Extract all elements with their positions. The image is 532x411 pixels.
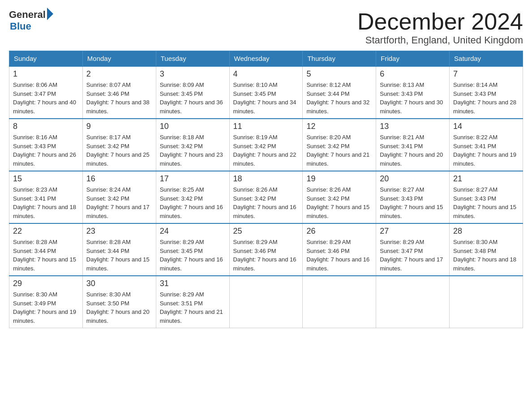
daylight-label: Daylight: 7 hours and 16 minutes.	[306, 256, 369, 272]
table-row: 8 Sunrise: 8:16 AM Sunset: 3:43 PM Dayli…	[9, 119, 83, 171]
day-number: 3	[160, 69, 226, 79]
sunset-label: Sunset: 3:43 PM	[453, 195, 496, 202]
sunrise-label: Sunrise: 8:26 AM	[306, 186, 351, 193]
sunrise-label: Sunrise: 8:20 AM	[306, 134, 351, 141]
sunset-label: Sunset: 3:43 PM	[380, 90, 423, 97]
table-row: 28 Sunrise: 8:30 AM Sunset: 3:48 PM Dayl…	[450, 223, 523, 276]
col-wednesday: Wednesday	[229, 51, 303, 67]
calendar-month-year: December 2024	[357, 9, 523, 34]
day-number: 28	[453, 227, 519, 236]
table-row: 11 Sunrise: 8:19 AM Sunset: 3:42 PM Dayl…	[229, 119, 303, 171]
calendar-table: Sunday Monday Tuesday Wednesday Thursday…	[9, 51, 523, 328]
table-row: 22 Sunrise: 8:28 AM Sunset: 3:44 PM Dayl…	[9, 223, 83, 276]
daylight-label: Daylight: 7 hours and 16 minutes.	[233, 256, 296, 272]
day-number: 25	[233, 227, 299, 236]
day-info: Sunrise: 8:30 AM Sunset: 3:49 PM Dayligh…	[13, 290, 79, 325]
sunset-label: Sunset: 3:50 PM	[86, 300, 129, 307]
daylight-label: Daylight: 7 hours and 16 minutes.	[160, 256, 223, 272]
table-row: 30 Sunrise: 8:30 AM Sunset: 3:50 PM Dayl…	[82, 276, 156, 328]
calendar-header-row: Sunday Monday Tuesday Wednesday Thursday…	[9, 51, 523, 67]
table-row: 6 Sunrise: 8:13 AM Sunset: 3:43 PM Dayli…	[376, 66, 450, 119]
day-number: 15	[13, 174, 79, 184]
day-info: Sunrise: 8:13 AM Sunset: 3:43 PM Dayligh…	[380, 81, 446, 116]
table-row: 29 Sunrise: 8:30 AM Sunset: 3:49 PM Dayl…	[9, 276, 83, 328]
week-row-5: 29 Sunrise: 8:30 AM Sunset: 3:49 PM Dayl…	[9, 276, 523, 328]
sunrise-label: Sunrise: 8:21 AM	[380, 134, 424, 141]
sunrise-label: Sunrise: 8:29 AM	[380, 239, 424, 245]
day-number: 30	[86, 279, 152, 288]
daylight-label: Daylight: 7 hours and 15 minutes.	[13, 256, 76, 272]
logo-blue-text: Blue	[10, 21, 53, 32]
sunset-label: Sunset: 3:42 PM	[306, 143, 349, 150]
table-row: 10 Sunrise: 8:18 AM Sunset: 3:42 PM Dayl…	[156, 119, 229, 171]
sunset-label: Sunset: 3:42 PM	[86, 195, 129, 202]
daylight-label: Daylight: 7 hours and 20 minutes.	[380, 151, 443, 167]
calendar-title-block: December 2024 Startforth, England, Unite…	[357, 9, 523, 46]
day-info: Sunrise: 8:23 AM Sunset: 3:41 PM Dayligh…	[13, 185, 79, 220]
daylight-label: Daylight: 7 hours and 15 minutes.	[86, 256, 150, 272]
day-number: 26	[306, 227, 372, 236]
daylight-label: Daylight: 7 hours and 22 minutes.	[233, 151, 296, 167]
sunset-label: Sunset: 3:42 PM	[86, 143, 129, 150]
table-row: 23 Sunrise: 8:28 AM Sunset: 3:44 PM Dayl…	[82, 223, 156, 276]
table-row: 31 Sunrise: 8:29 AM Sunset: 3:51 PM Dayl…	[156, 276, 229, 328]
sunrise-label: Sunrise: 8:06 AM	[13, 81, 57, 88]
sunrise-label: Sunrise: 8:23 AM	[13, 186, 57, 193]
sunrise-label: Sunrise: 8:30 AM	[453, 239, 498, 245]
daylight-label: Daylight: 7 hours and 25 minutes.	[86, 151, 150, 167]
day-info: Sunrise: 8:10 AM Sunset: 3:45 PM Dayligh…	[233, 81, 299, 116]
sunrise-label: Sunrise: 8:29 AM	[160, 239, 204, 245]
sunset-label: Sunset: 3:45 PM	[160, 248, 203, 254]
sunset-label: Sunset: 3:46 PM	[306, 248, 349, 254]
col-monday: Monday	[82, 51, 156, 67]
daylight-label: Daylight: 7 hours and 28 minutes.	[453, 99, 516, 115]
day-number: 19	[306, 174, 372, 184]
daylight-label: Daylight: 7 hours and 19 minutes.	[13, 308, 76, 324]
sunrise-label: Sunrise: 8:29 AM	[306, 239, 351, 245]
sunrise-label: Sunrise: 8:29 AM	[160, 291, 204, 298]
day-number: 5	[306, 69, 372, 79]
day-number: 17	[160, 174, 226, 184]
table-row: 4 Sunrise: 8:10 AM Sunset: 3:45 PM Dayli…	[229, 66, 303, 119]
table-row: 12 Sunrise: 8:20 AM Sunset: 3:42 PM Dayl…	[303, 119, 376, 171]
table-row: 15 Sunrise: 8:23 AM Sunset: 3:41 PM Dayl…	[9, 171, 83, 223]
table-row: 1 Sunrise: 8:06 AM Sunset: 3:47 PM Dayli…	[9, 66, 83, 119]
sunset-label: Sunset: 3:42 PM	[160, 143, 203, 150]
sunrise-label: Sunrise: 8:28 AM	[86, 239, 131, 245]
daylight-label: Daylight: 7 hours and 20 minutes.	[86, 308, 150, 324]
sunrise-label: Sunrise: 8:10 AM	[233, 81, 278, 88]
day-info: Sunrise: 8:12 AM Sunset: 3:44 PM Dayligh…	[306, 81, 372, 116]
day-info: Sunrise: 8:14 AM Sunset: 3:43 PM Dayligh…	[453, 81, 519, 116]
week-row-4: 22 Sunrise: 8:28 AM Sunset: 3:44 PM Dayl…	[9, 223, 523, 276]
day-number: 31	[160, 279, 226, 288]
sunrise-label: Sunrise: 8:12 AM	[306, 81, 351, 88]
day-number: 29	[13, 279, 79, 288]
day-info: Sunrise: 8:24 AM Sunset: 3:42 PM Dayligh…	[86, 185, 152, 220]
day-info: Sunrise: 8:29 AM Sunset: 3:47 PM Dayligh…	[380, 238, 446, 273]
day-number: 2	[86, 69, 152, 79]
sunset-label: Sunset: 3:43 PM	[13, 143, 56, 150]
col-sunday: Sunday	[9, 51, 83, 67]
daylight-label: Daylight: 7 hours and 16 minutes.	[160, 204, 223, 219]
day-info: Sunrise: 8:06 AM Sunset: 3:47 PM Dayligh…	[13, 81, 79, 116]
daylight-label: Daylight: 7 hours and 19 minutes.	[453, 151, 516, 167]
sunrise-label: Sunrise: 8:27 AM	[453, 186, 498, 193]
table-row: 3 Sunrise: 8:09 AM Sunset: 3:45 PM Dayli…	[156, 66, 229, 119]
day-number: 18	[233, 174, 299, 184]
day-number: 6	[380, 69, 446, 79]
table-row: 2 Sunrise: 8:07 AM Sunset: 3:46 PM Dayli…	[82, 66, 156, 119]
table-row: 13 Sunrise: 8:21 AM Sunset: 3:41 PM Dayl…	[376, 119, 450, 171]
sunrise-label: Sunrise: 8:26 AM	[233, 186, 278, 193]
day-info: Sunrise: 8:29 AM Sunset: 3:45 PM Dayligh…	[160, 238, 226, 273]
daylight-label: Daylight: 7 hours and 17 minutes.	[86, 204, 150, 219]
sunset-label: Sunset: 3:47 PM	[380, 248, 423, 254]
sunset-label: Sunset: 3:51 PM	[160, 300, 203, 307]
day-info: Sunrise: 8:27 AM Sunset: 3:43 PM Dayligh…	[380, 185, 446, 220]
table-row	[450, 276, 523, 328]
sunset-label: Sunset: 3:47 PM	[13, 90, 56, 97]
day-info: Sunrise: 8:17 AM Sunset: 3:42 PM Dayligh…	[86, 133, 152, 168]
col-saturday: Saturday	[450, 51, 523, 67]
daylight-label: Daylight: 7 hours and 36 minutes.	[160, 99, 223, 115]
col-thursday: Thursday	[303, 51, 376, 67]
sunrise-label: Sunrise: 8:09 AM	[160, 81, 204, 88]
